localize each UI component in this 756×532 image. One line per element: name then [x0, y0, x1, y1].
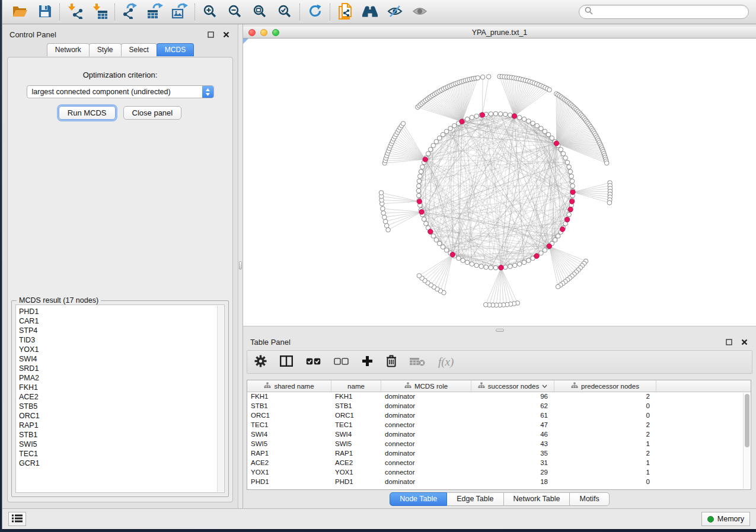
tab-mcds[interactable]: MCDS: [157, 43, 194, 56]
table-settings-button[interactable]: [254, 355, 267, 369]
tab-network[interactable]: Network: [47, 43, 90, 56]
memory-status-dot: [707, 516, 714, 523]
mcds-result-node[interactable]: STP4: [19, 326, 224, 335]
mcds-result-node[interactable]: SWI4: [19, 354, 224, 364]
table-row[interactable]: STB1STB1dominator620: [247, 402, 751, 411]
float-table-panel-button[interactable]: [724, 337, 733, 347]
tab-edge-table[interactable]: Edge Table: [447, 492, 503, 506]
network-window-titlebar[interactable]: YPA_prune.txt_1: [243, 27, 756, 39]
table-scrollbar[interactable]: [743, 393, 750, 489]
toggle-panes-button[interactable]: [280, 355, 293, 368]
table-row[interactable]: FKH1FKH1dominator962: [247, 392, 751, 402]
column-header-shared-name[interactable]: shared name: [247, 380, 331, 392]
network-search-box[interactable]: [579, 5, 749, 19]
mcds-result-node[interactable]: ORC1: [19, 411, 224, 421]
control-panel-title: Control Panel: [9, 30, 56, 39]
toolbar-separator: [330, 4, 330, 20]
refresh-view-button[interactable]: [305, 2, 325, 21]
splitter-grip[interactable]: [239, 261, 242, 270]
mcds-result-node[interactable]: YOX1: [19, 345, 224, 354]
zoom-fit-button[interactable]: [250, 2, 270, 21]
tab-select[interactable]: Select: [121, 43, 157, 56]
mcds-result-node[interactable]: STB1: [19, 430, 224, 440]
splitter-grip[interactable]: [496, 329, 504, 332]
table-cell: FKH1: [331, 392, 381, 402]
deselect-all-button[interactable]: [334, 358, 349, 367]
zoom-selected-button[interactable]: [275, 2, 295, 21]
import-table-button[interactable]: [90, 2, 110, 21]
table-cell: ORC1: [247, 411, 331, 421]
memory-button[interactable]: Memory: [701, 512, 750, 526]
criterion-dropdown[interactable]: largest connected component (undirected): [27, 85, 214, 98]
zoom-in-button[interactable]: [200, 2, 220, 21]
tab-style[interactable]: Style: [89, 43, 122, 56]
search-input[interactable]: [596, 8, 743, 16]
search-network-button[interactable]: [360, 2, 380, 21]
column-header-MCDS-role[interactable]: MCDS role: [381, 380, 471, 392]
hide-selected-button[interactable]: [385, 2, 405, 21]
mcds-result-node[interactable]: FKH1: [19, 383, 224, 392]
task-history-button[interactable]: [8, 512, 26, 526]
open-session-doc-button[interactable]: [335, 2, 355, 21]
delete-table-button[interactable]: [410, 357, 425, 368]
node-table-header: shared namenameMCDS rolesuccessor nodesp…: [247, 380, 751, 392]
mcds-result-node[interactable]: PMA2: [19, 373, 224, 383]
mcds-result-node[interactable]: RAP1: [19, 421, 224, 430]
column-header-successor-nodes[interactable]: successor nodes: [471, 380, 554, 392]
close-mcds-panel-button[interactable]: Close panel: [123, 106, 182, 120]
table-scrollbar-thumb[interactable]: [745, 394, 749, 447]
export-image-button[interactable]: [170, 2, 190, 21]
tab-node-table[interactable]: Node Table: [390, 492, 447, 506]
table-cell: YOX1: [247, 468, 331, 477]
network-graph-svg: [243, 39, 756, 326]
function-builder-button[interactable]: f(x): [438, 355, 454, 368]
table-cell: 1: [554, 468, 656, 477]
export-table-button[interactable]: [145, 2, 165, 21]
mcds-result-node[interactable]: CAR1: [19, 316, 224, 326]
table-row[interactable]: PHD1PHD1dominator180: [247, 477, 751, 487]
unchecked-boxes-icon: [334, 358, 349, 367]
mcds-result-node[interactable]: STB5: [19, 402, 224, 411]
vertical-splitter[interactable]: [238, 24, 243, 508]
select-all-button[interactable]: [306, 358, 321, 367]
table-row[interactable]: SWI4SWI4dominator462: [247, 430, 751, 440]
mcds-result-node[interactable]: PHD1: [19, 307, 224, 316]
mcds-result-title: MCDS result (17 nodes): [17, 296, 101, 305]
table-row[interactable]: ORC1ORC1dominator610: [247, 411, 751, 421]
table-row[interactable]: RAP1RAP1dominator352: [247, 449, 751, 459]
table-row[interactable]: SWI5SWI5connector431: [247, 440, 751, 449]
network-view-canvas[interactable]: [243, 39, 756, 326]
table-row[interactable]: YOX1YOX1connector291: [247, 468, 751, 477]
tab-network-table[interactable]: Network Table: [504, 492, 570, 506]
open-file-button[interactable]: [9, 2, 30, 21]
table-cell: dominator: [381, 402, 471, 411]
column-header-predecessor-nodes[interactable]: predecessor nodes: [554, 380, 656, 392]
mcds-result-node[interactable]: GCR1: [19, 459, 224, 468]
mcds-result-node[interactable]: ACE2: [19, 392, 224, 402]
mcds-result-list[interactable]: PHD1CAR1STP4TID3YOX1SWI4SRD1PMA2FKH1ACE2…: [15, 305, 225, 493]
column-header-name[interactable]: name: [331, 380, 381, 392]
show-all-button[interactable]: [410, 2, 430, 21]
table-row[interactable]: TEC1TEC1connector472: [247, 421, 751, 430]
zoom-out-button[interactable]: [225, 2, 245, 21]
add-column-button[interactable]: [362, 355, 373, 368]
mcds-result-node[interactable]: TID3: [19, 335, 224, 345]
node-table: shared namenameMCDS rolesuccessor nodesp…: [247, 380, 751, 490]
run-mcds-button[interactable]: Run MCDS: [59, 106, 116, 120]
mcds-result-node[interactable]: SWI5: [19, 440, 224, 449]
table-row[interactable]: ACE2ACE2connector311: [247, 459, 751, 468]
mcds-result-node[interactable]: TEC1: [19, 449, 224, 459]
close-panel-button[interactable]: [221, 30, 231, 39]
column-type-icon: [264, 382, 271, 390]
save-session-button[interactable]: [34, 2, 55, 21]
close-table-panel-button[interactable]: [739, 337, 749, 347]
mcds-result-node[interactable]: SRD1: [19, 364, 224, 373]
export-network-button[interactable]: [120, 2, 140, 21]
tab-motifs[interactable]: Motifs: [570, 492, 609, 506]
save-floppy-icon: [38, 4, 52, 20]
mcds-list-scrollbar[interactable]: [217, 306, 224, 492]
import-network-button[interactable]: [65, 2, 85, 21]
horizontal-splitter[interactable]: [243, 326, 756, 335]
delete-column-button[interactable]: [386, 355, 397, 369]
float-panel-button[interactable]: [206, 30, 215, 39]
